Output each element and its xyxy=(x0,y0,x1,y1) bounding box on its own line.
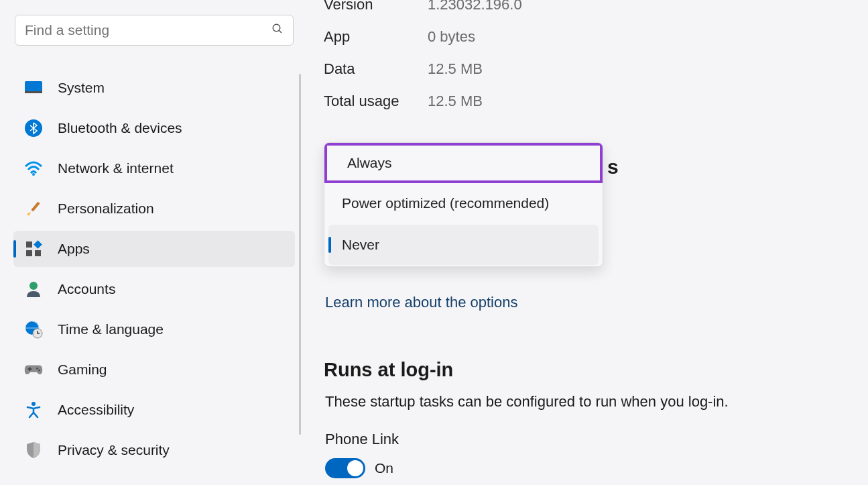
search-input[interactable] xyxy=(25,22,271,38)
sidebar-item-accounts[interactable]: Accounts xyxy=(13,271,295,307)
dropdown-option-label: Power optimized (recommended) xyxy=(342,195,549,211)
startup-task-name: Phone Link xyxy=(325,431,399,448)
privacy-icon xyxy=(24,441,43,460)
dropdown-option-power-optimized[interactable]: Power optimized (recommended) xyxy=(324,183,603,223)
svg-rect-3 xyxy=(25,91,42,93)
svg-rect-17 xyxy=(29,367,30,371)
search-icon xyxy=(271,23,284,38)
svg-rect-10 xyxy=(35,250,41,256)
svg-point-0 xyxy=(273,24,280,32)
time-language-icon xyxy=(24,320,43,339)
content-scrollbar[interactable] xyxy=(299,74,301,435)
gaming-icon xyxy=(24,360,43,379)
personalization-icon xyxy=(24,199,43,218)
sidebar-item-bluetooth[interactable]: Bluetooth & devices xyxy=(13,110,295,146)
stat-row-data: Data 12.5 MB xyxy=(324,60,863,78)
runs-at-login-heading: Runs at log-in xyxy=(324,359,453,381)
content-pane: Version 1.23032.196.0 App 0 bytes Data 1… xyxy=(324,0,863,150)
stat-label: Total usage xyxy=(324,93,428,110)
sidebar-item-label: Network & internet xyxy=(58,160,174,176)
svg-point-15 xyxy=(38,370,40,372)
bluetooth-icon xyxy=(24,119,43,138)
svg-point-18 xyxy=(32,402,36,406)
sidebar-item-label: Apps xyxy=(58,241,90,257)
toggle-knob xyxy=(347,460,363,476)
startup-task-toggle-row: On xyxy=(325,458,393,478)
stat-value: 12.5 MB xyxy=(428,93,483,110)
heading-fragment: s xyxy=(607,156,619,178)
svg-point-5 xyxy=(32,173,35,176)
sidebar-item-network[interactable]: Network & internet xyxy=(13,150,295,186)
svg-rect-6 xyxy=(31,202,40,212)
stat-value: 12.5 MB xyxy=(428,60,483,78)
svg-point-14 xyxy=(36,368,38,370)
svg-line-1 xyxy=(279,30,282,33)
sidebar-nav: System Bluetooth & devices Network & int… xyxy=(13,70,295,472)
sidebar-item-label: Gaming xyxy=(58,362,107,378)
sidebar-item-gaming[interactable]: Gaming xyxy=(13,352,295,388)
network-icon xyxy=(24,159,43,178)
sidebar-item-label: System xyxy=(58,80,105,96)
stat-label: Version xyxy=(324,0,428,13)
dropdown-option-label: Never xyxy=(342,237,379,253)
system-icon xyxy=(24,78,43,97)
sidebar-item-label: Accounts xyxy=(58,281,115,297)
sidebar-item-apps[interactable]: Apps xyxy=(13,231,295,267)
dropdown-option-always[interactable]: Always xyxy=(324,143,603,183)
stat-label: App xyxy=(324,28,428,46)
sidebar-item-label: Privacy & security xyxy=(58,442,170,458)
startup-task-toggle[interactable] xyxy=(325,458,365,478)
toggle-state-label: On xyxy=(375,460,393,476)
svg-rect-7 xyxy=(26,241,32,248)
stat-label: Data xyxy=(324,60,428,78)
svg-point-11 xyxy=(29,282,38,290)
dropdown-option-never[interactable]: Never xyxy=(328,225,599,265)
sidebar-item-label: Bluetooth & devices xyxy=(58,120,182,136)
sidebar-item-accessibility[interactable]: Accessibility xyxy=(13,392,295,428)
dropdown-option-label: Always xyxy=(347,155,392,171)
sidebar-item-time-language[interactable]: Time & language xyxy=(13,311,295,347)
stat-row-total: Total usage 12.5 MB xyxy=(324,93,863,110)
sidebar-item-privacy[interactable]: Privacy & security xyxy=(13,432,295,468)
accessibility-icon xyxy=(24,400,43,419)
accounts-icon xyxy=(24,280,43,299)
search-container xyxy=(15,15,294,46)
sidebar-item-label: Accessibility xyxy=(58,402,134,418)
svg-rect-9 xyxy=(26,250,32,256)
stat-row-app: App 0 bytes xyxy=(324,28,863,46)
stat-value: 1.23032.196.0 xyxy=(428,0,522,13)
background-permissions-dropdown: Always Power optimized (recommended) Nev… xyxy=(324,142,603,267)
sidebar-item-personalization[interactable]: Personalization xyxy=(13,191,295,227)
stat-value: 0 bytes xyxy=(428,28,475,46)
learn-more-link[interactable]: Learn more about the options xyxy=(325,294,517,311)
sidebar-item-label: Time & language xyxy=(58,321,164,337)
sidebar-item-system[interactable]: System xyxy=(13,70,295,106)
svg-rect-8 xyxy=(34,240,42,249)
search-box[interactable] xyxy=(15,15,294,46)
runs-at-login-subtitle: These startup tasks can be configured to… xyxy=(325,393,729,411)
apps-icon xyxy=(24,239,43,258)
sidebar-item-label: Personalization xyxy=(58,201,154,217)
stat-row-version: Version 1.23032.196.0 xyxy=(324,0,863,13)
